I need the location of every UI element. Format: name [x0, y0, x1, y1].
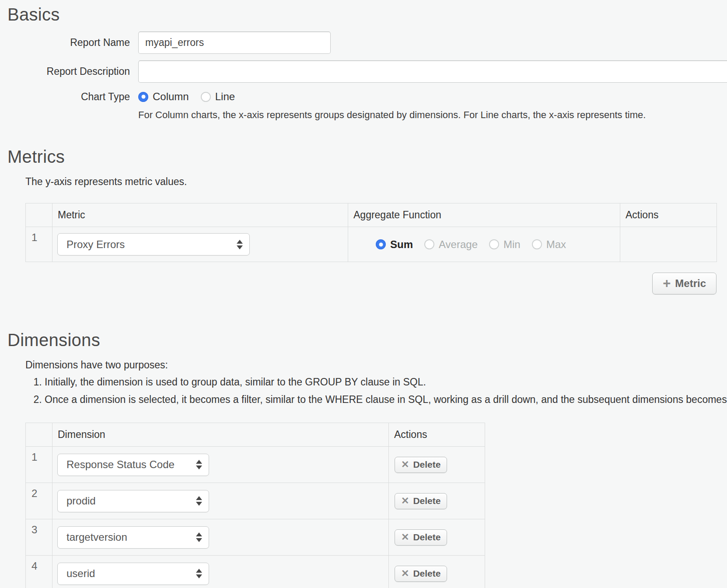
dimension-select[interactable]: prodid — [57, 490, 209, 512]
metric-select-value: Proxy Errors — [66, 238, 232, 251]
x-icon: ✕ — [401, 495, 409, 507]
aggregate-average-radio[interactable] — [424, 239, 434, 249]
report-description-row: Report Description — [0, 60, 727, 83]
dimension-select-value: prodid — [66, 495, 192, 507]
dimension-row-number: 4 — [26, 556, 52, 588]
delete-button-label: Delete — [413, 568, 440, 579]
dimension-select[interactable]: userid — [57, 563, 209, 585]
aggregate-max-label: Max — [546, 238, 566, 251]
metric-row: 1 Proxy Errors Sum Average — [26, 227, 717, 262]
report-name-input[interactable] — [138, 32, 331, 54]
aggregate-average-label: Average — [439, 238, 478, 251]
chart-type-help-text: For Column charts, the x-axis represents… — [138, 109, 727, 121]
aggregate-function-group: Sum Average Min Max — [348, 238, 620, 251]
dimension-row-number: 1 — [26, 447, 52, 483]
report-builder-page: Basics Report Name Report Description Ch… — [0, 0, 727, 588]
metrics-header-row: Metric Aggregate Function Actions — [26, 203, 717, 227]
dimensions-heading: Dimensions — [7, 329, 727, 351]
dimensions-header-row: Dimension Actions — [26, 423, 485, 447]
x-icon: ✕ — [401, 568, 409, 579]
select-spinner-icon — [196, 532, 202, 542]
select-spinner-icon — [196, 496, 202, 506]
dimension-row: 1 Response Status Code ✕ Delete — [26, 447, 485, 483]
dimension-row-number: 3 — [26, 519, 52, 556]
dimensions-header-num — [26, 423, 52, 447]
dimension-select[interactable]: targetversion — [57, 526, 209, 549]
metric-row-number: 1 — [26, 227, 52, 262]
dimension-row: 3 targetversion ✕ Delete — [26, 519, 485, 556]
metrics-description: The y-axis represents metric values. — [25, 176, 727, 188]
select-spinner-icon — [237, 240, 243, 249]
report-description-input[interactable] — [138, 60, 727, 83]
chart-type-column-label: Column — [153, 91, 189, 103]
metrics-header-aggregate: Aggregate Function — [348, 203, 620, 227]
dimensions-header-dimension: Dimension — [52, 423, 389, 447]
aggregate-min-radio[interactable] — [489, 239, 499, 249]
plus-icon: + — [663, 277, 671, 290]
chart-type-label: Chart Type — [0, 91, 130, 103]
dimension-row-number: 2 — [26, 483, 52, 519]
add-metric-button[interactable]: + Metric — [652, 273, 717, 294]
chart-type-line-label: Line — [215, 91, 235, 103]
x-icon: ✕ — [401, 532, 409, 543]
report-name-label: Report Name — [0, 37, 130, 49]
dimensions-table: Dimension Actions 1 Response Status Code — [25, 423, 485, 588]
aggregate-min-label: Min — [503, 238, 521, 251]
dimension-select-value: userid — [66, 567, 192, 580]
x-icon: ✕ — [401, 459, 409, 470]
dimensions-description: Dimensions have two purposes: — [25, 359, 727, 371]
metrics-header-num — [26, 203, 52, 227]
dimension-row: 2 prodid ✕ Delete — [26, 483, 485, 519]
metrics-table: Metric Aggregate Function Actions 1 Prox… — [25, 203, 717, 262]
delete-dimension-button[interactable]: ✕ Delete — [395, 493, 447, 509]
dimension-select-value: Response Status Code — [66, 458, 192, 471]
chart-type-row: Chart Type Column Line — [0, 91, 727, 103]
chart-type-line-radio[interactable] — [201, 92, 211, 102]
select-spinner-icon — [196, 460, 202, 469]
metrics-header-actions: Actions — [620, 203, 717, 227]
report-name-row: Report Name — [0, 32, 727, 54]
dimension-select-value: targetversion — [66, 531, 192, 543]
metrics-header-metric: Metric — [52, 203, 348, 227]
basics-heading: Basics — [7, 4, 727, 25]
add-metric-button-label: Metric — [675, 277, 706, 290]
delete-button-label: Delete — [413, 459, 440, 470]
select-spinner-icon — [196, 569, 202, 578]
delete-dimension-button[interactable]: ✕ Delete — [395, 457, 447, 473]
delete-button-label: Delete — [413, 532, 440, 542]
dimensions-header-actions: Actions — [389, 423, 485, 447]
report-description-label: Report Description — [0, 66, 130, 77]
metric-select[interactable]: Proxy Errors — [57, 233, 250, 256]
aggregate-max-radio[interactable] — [532, 239, 542, 249]
delete-dimension-button[interactable]: ✕ Delete — [395, 529, 447, 546]
dimension-purpose-item: Initially, the dimension is used to grou… — [45, 376, 727, 388]
dimension-select[interactable]: Response Status Code — [57, 454, 209, 476]
dimension-row: 4 userid ✕ Delete — [26, 556, 485, 588]
dimension-purpose-item: Once a dimension is selected, it becomes… — [45, 394, 727, 406]
aggregate-sum-label: Sum — [390, 238, 413, 251]
aggregate-sum-radio[interactable] — [376, 239, 386, 249]
metric-actions-cell — [620, 227, 717, 262]
delete-button-label: Delete — [413, 496, 440, 506]
chart-type-column-radio[interactable] — [138, 92, 148, 102]
metrics-heading: Metrics — [7, 146, 727, 168]
delete-dimension-button[interactable]: ✕ Delete — [395, 566, 447, 582]
dimension-purpose-list: Initially, the dimension is used to grou… — [25, 376, 727, 406]
